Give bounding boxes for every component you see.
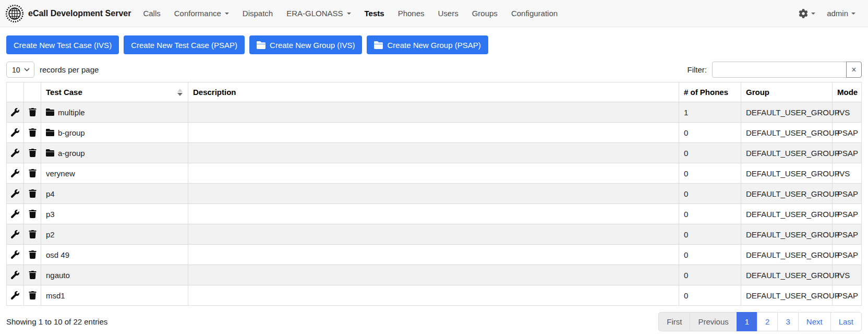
phones-cell: 0 [679, 204, 741, 224]
trash-icon [29, 171, 37, 179]
wrench-icon [11, 191, 19, 199]
delete-button[interactable] [28, 127, 38, 138]
header-phones[interactable]: # of Phones [679, 82, 741, 102]
test-case-name[interactable]: p4 [46, 189, 55, 198]
nav-item-calls[interactable]: Calls [136, 6, 167, 21]
clear-filter-button[interactable]: × [846, 62, 862, 78]
group-cell: DEFAULT_USER_GROUP [741, 163, 833, 184]
test-case-name[interactable]: ngauto [46, 271, 70, 280]
close-icon: × [851, 65, 856, 74]
table-row: multiple1DEFAULT_USER_GROUPIVS [7, 102, 862, 123]
table-row: b-group0DEFAULT_USER_GROUPPSAP [7, 123, 862, 143]
configure-button[interactable] [10, 229, 20, 239]
delete-button[interactable] [28, 249, 38, 260]
test-case-name[interactable]: a-group [58, 149, 85, 158]
page-button-3[interactable]: 3 [777, 312, 798, 331]
configure-button[interactable] [10, 148, 20, 158]
nav-item-era-glonass[interactable]: ERA-GLONASS [280, 6, 357, 21]
page-button-previous: Previous [690, 312, 737, 331]
test-case-name[interactable]: msd1 [46, 291, 65, 300]
delete-button[interactable] [28, 209, 38, 219]
trash-icon [29, 191, 37, 199]
test-case-name[interactable]: multiple [58, 108, 85, 117]
wrench-icon [11, 273, 19, 281]
nav-item-groups[interactable]: Groups [465, 6, 504, 21]
main-nav: CallsConformanceDispatchERA-GLONASSTests… [136, 6, 564, 21]
delete-button[interactable] [28, 107, 38, 117]
nav-item-configuration[interactable]: Configuration [504, 6, 564, 21]
configure-button[interactable] [10, 107, 20, 117]
create-button-2[interactable]: Create New Group (IVS) [249, 35, 362, 54]
configure-button[interactable] [10, 188, 20, 199]
entries-summary: Showing 1 to 10 of 22 entries [6, 317, 107, 326]
settings-menu[interactable] [799, 9, 815, 18]
wrench-icon [11, 171, 19, 179]
description-cell [188, 204, 679, 224]
configure-button[interactable] [10, 209, 20, 219]
wrench-icon [11, 253, 19, 260]
header-configure-column [7, 82, 24, 102]
create-button-0[interactable]: Create New Test Case (IVS) [6, 35, 119, 54]
header-delete-column [24, 82, 41, 102]
test-cases-table: Test Case Description # of Phones Group … [6, 82, 862, 306]
nav-item-dispatch[interactable]: Dispatch [236, 6, 280, 21]
nav-item-tests[interactable]: Tests [358, 6, 391, 21]
create-button-1[interactable]: Create New Test Case (PSAP) [124, 35, 245, 54]
page-size-select[interactable]: 10 [6, 62, 34, 78]
test-case-name[interactable]: p2 [46, 230, 55, 239]
configure-button[interactable] [10, 270, 20, 280]
create-button-3[interactable]: Create New Group (PSAP) [367, 35, 488, 54]
test-case-name[interactable]: verynew [46, 169, 75, 178]
test-case-name[interactable]: osd 49 [46, 250, 69, 259]
header-description[interactable]: Description [188, 82, 679, 102]
filter-input[interactable] [712, 62, 847, 78]
phones-cell: 0 [679, 285, 741, 306]
description-cell [188, 102, 679, 123]
configure-button[interactable] [10, 290, 20, 301]
configure-button[interactable] [10, 168, 20, 178]
description-cell [188, 224, 679, 245]
page-button-2[interactable]: 2 [757, 312, 778, 331]
configure-button[interactable] [10, 249, 20, 260]
page-button-first: First [658, 312, 690, 331]
nav-item-conformance[interactable]: Conformance [167, 6, 236, 21]
phones-cell: 0 [679, 265, 741, 285]
trash-icon [29, 253, 37, 260]
table-header-row: Test Case Description # of Phones Group … [7, 82, 862, 102]
group-cell: DEFAULT_USER_GROUP [741, 224, 833, 245]
delete-button[interactable] [28, 229, 38, 239]
trash-icon [29, 232, 37, 240]
delete-button[interactable] [28, 290, 38, 301]
page-size-value: 10 [12, 66, 20, 74]
table-footer: Showing 1 to 10 of 22 entries FirstPrevi… [0, 306, 868, 331]
chevron-down-icon [24, 68, 30, 71]
page-button-last[interactable]: Last [830, 312, 862, 331]
trash-icon [29, 212, 37, 220]
header-group[interactable]: Group [741, 82, 833, 102]
user-menu[interactable]: admin [827, 9, 855, 18]
trash-icon [29, 130, 37, 138]
page-button-next[interactable]: Next [798, 312, 831, 331]
table-controls: 10 records per page Filter: × [0, 54, 868, 82]
delete-button[interactable] [28, 270, 38, 280]
nav-item-users[interactable]: Users [431, 6, 465, 21]
records-per-page-label: records per page [40, 65, 99, 74]
description-cell [188, 265, 679, 285]
page-button-1[interactable]: 1 [737, 312, 757, 331]
nav-item-phones[interactable]: Phones [391, 6, 431, 21]
test-case-name[interactable]: p3 [46, 210, 55, 219]
wrench-icon [11, 151, 19, 159]
wrench-icon [11, 110, 19, 118]
group-cell: DEFAULT_USER_GROUP [741, 184, 833, 204]
navbar: eCall Development Server CallsConformanc… [0, 0, 868, 27]
header-mode[interactable]: Mode [833, 82, 862, 102]
filter-label: Filter: [688, 65, 707, 74]
description-cell [188, 184, 679, 204]
delete-button[interactable] [28, 148, 38, 158]
delete-button[interactable] [28, 188, 38, 199]
test-case-name[interactable]: b-group [58, 128, 85, 137]
configure-button[interactable] [10, 127, 20, 138]
delete-button[interactable] [28, 168, 38, 178]
header-test-case[interactable]: Test Case [41, 82, 188, 102]
phones-cell: 1 [679, 102, 741, 123]
